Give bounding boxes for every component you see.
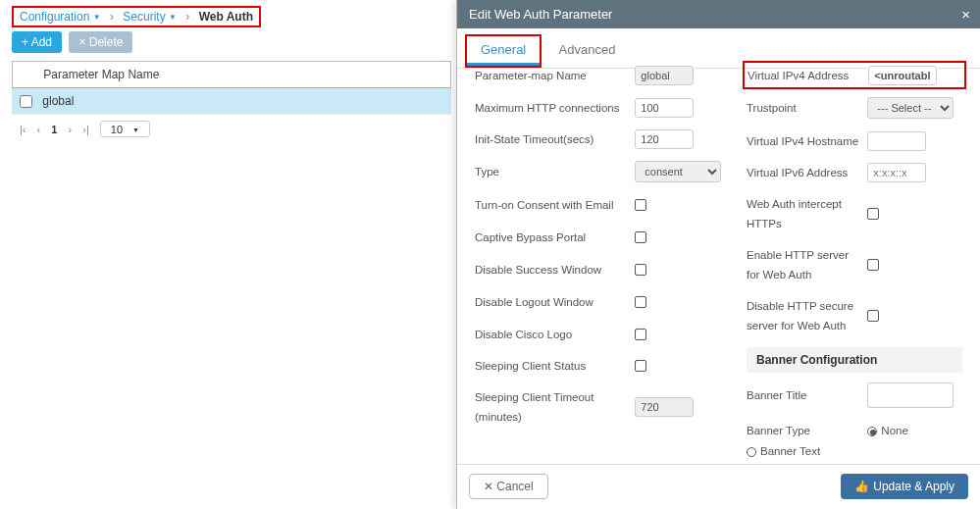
panel-header: Edit Web Auth Parameter × <box>457 0 980 28</box>
input-sleeping-timeout <box>635 397 694 417</box>
label-sleeping-status: Sleeping Client Status <box>475 356 632 376</box>
list-toolbar: + Add × Delete <box>12 31 136 53</box>
label-sleeping-timeout: Sleeping Client Timeout (minutes) <box>475 387 632 427</box>
checkbox-captive-bypass[interactable] <box>635 231 646 243</box>
label-disable-https-server: Disable HTTP secure server for Web Auth <box>747 296 864 335</box>
label-enable-http: Enable HTTP server for Web Auth <box>747 245 864 284</box>
label-disable-logout: Disable Logout Window <box>475 292 632 312</box>
breadcrumb-web-auth: Web Auth <box>197 10 255 24</box>
pagination: |‹ ‹ 1 › ›| 10▼ <box>12 115 451 143</box>
label-turnon-consent: Turn-on Consent with Email <box>475 195 632 215</box>
select-trustpoint[interactable]: --- Select --- <box>867 97 954 119</box>
input-parameter-map-name <box>635 66 694 85</box>
thumbs-up-icon: 👍 <box>854 480 869 493</box>
radio-banner-text[interactable]: Banner Text <box>747 441 820 461</box>
form-general: Parameter-map Name Maximum HTTP connecti… <box>457 53 980 464</box>
checkbox-disable-logout[interactable] <box>635 296 646 308</box>
input-virtual-ipv6[interactable] <box>867 163 926 182</box>
cell-parameter-name: global <box>42 94 74 108</box>
label-init-timeout: Init-State Timeout(secs) <box>475 129 632 149</box>
radio-banner-none[interactable]: None <box>867 421 908 440</box>
row-select-checkbox[interactable] <box>20 95 32 108</box>
update-apply-button[interactable]: 👍Update & Apply <box>841 474 968 499</box>
label-parameter-map-name: Parameter-map Name <box>475 66 632 85</box>
label-virtual-ipv6: Virtual IPv6 Address <box>747 163 864 182</box>
input-virtual-ipv4-hostname[interactable] <box>867 131 926 151</box>
page-last[interactable]: ›| <box>82 124 89 135</box>
checkbox-turnon-consent[interactable] <box>635 199 646 211</box>
delete-button[interactable]: × Delete <box>69 31 132 53</box>
select-type[interactable]: consent <box>635 161 721 182</box>
parameter-map-table: Parameter Map Name global |‹ ‹ 1 › ›| 10… <box>12 61 451 143</box>
label-captive-bypass: Captive Bypass Portal <box>475 228 632 247</box>
section-banner-config: Banner Configuration <box>747 347 962 373</box>
label-disable-success: Disable Success Window <box>475 260 632 280</box>
breadcrumb-separator: › <box>181 10 193 24</box>
label-max-http: Maximum HTTP connections <box>475 98 632 118</box>
page-next[interactable]: › <box>69 124 73 135</box>
input-init-timeout[interactable] <box>635 129 694 149</box>
label-disable-logo: Disable Cisco Logo <box>475 325 632 344</box>
checkbox-disable-success[interactable] <box>635 264 646 276</box>
checkbox-disable-logo[interactable] <box>635 329 646 340</box>
breadcrumb-separator: › <box>106 10 118 24</box>
close-icon[interactable]: × <box>961 6 970 23</box>
chevron-down-icon: ▼ <box>93 13 101 22</box>
input-virtual-ipv4[interactable] <box>868 66 937 85</box>
checkbox-sleeping-status[interactable] <box>635 360 646 372</box>
breadcrumb-configuration[interactable]: Configuration ▼ <box>18 10 103 24</box>
input-max-http[interactable] <box>635 98 694 118</box>
checkbox-intercept-https[interactable] <box>867 208 879 220</box>
label-banner-type: Banner Type <box>747 421 864 440</box>
input-banner-title[interactable] <box>867 382 954 408</box>
column-parameter-map-name[interactable]: Parameter Map Name <box>43 68 159 81</box>
page-prev[interactable]: ‹ <box>37 124 41 135</box>
page-first[interactable]: |‹ <box>20 124 26 135</box>
label-virtual-ipv4: Virtual IPv4 Address <box>748 66 865 85</box>
breadcrumb-security[interactable]: Security ▼ <box>121 10 179 24</box>
label-intercept-https: Web Auth intercept HTTPs <box>747 194 864 233</box>
checkbox-disable-https-server[interactable] <box>867 310 879 322</box>
label-type: Type <box>475 162 632 181</box>
panel-footer: ✕ Cancel 👍Update & Apply <box>457 464 980 509</box>
chevron-down-icon: ▼ <box>169 13 177 22</box>
panel-title: Edit Web Auth Parameter <box>469 7 612 22</box>
page-current: 1 <box>51 124 57 135</box>
label-trustpoint: Trustpoint <box>747 98 864 118</box>
table-row[interactable]: global <box>12 88 451 115</box>
table-header: Parameter Map Name <box>12 61 451 88</box>
add-button[interactable]: + Add <box>12 31 62 53</box>
checkbox-enable-http[interactable] <box>867 259 879 271</box>
label-virtual-ipv4-hostname: Virtual IPv4 Hostname <box>747 131 864 151</box>
breadcrumb: Configuration ▼ › Security ▼ › Web Auth <box>12 6 261 27</box>
chevron-down-icon: ▼ <box>130 127 139 133</box>
label-banner-title: Banner Title <box>747 385 864 405</box>
cancel-button[interactable]: ✕ Cancel <box>469 474 548 499</box>
page-size-select[interactable]: 10▼ <box>100 121 150 137</box>
edit-panel: Edit Web Auth Parameter × General Advanc… <box>456 0 980 509</box>
